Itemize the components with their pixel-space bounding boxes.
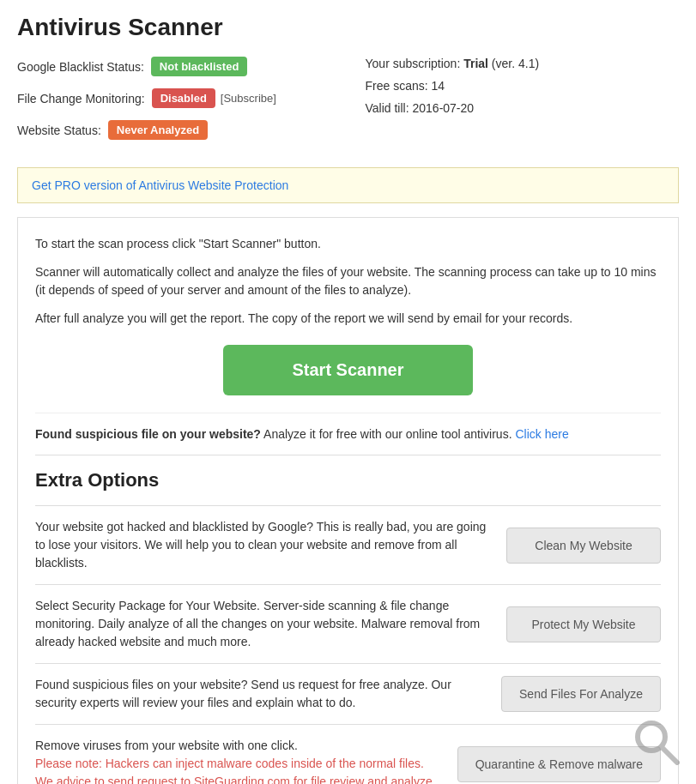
extra-option-text-2: Found suspicious files on your website? … [35, 676, 501, 712]
quarantine-warning-2: We advice to send request to SiteGuardin… [35, 775, 436, 784]
valid-till-line: Valid till: 2016-07-20 [366, 101, 680, 115]
divider [35, 455, 661, 455]
valid-till-value: 2016-07-20 [412, 101, 474, 115]
extra-option-text-0: Your website got hacked and blacklisted … [35, 518, 506, 572]
google-blacklist-row: Google Blacklist Status: Not blacklisted [17, 57, 331, 76]
suspicious-prefix: Found suspicious file on your website? [35, 427, 261, 441]
suspicious-link[interactable]: Click here [515, 427, 568, 441]
suspicious-row: Found suspicious file on your website? A… [35, 413, 661, 441]
file-monitoring-badge: Disabled [152, 88, 215, 108]
clean-website-button[interactable]: Clean My Website [506, 528, 661, 564]
extra-option-row-0: Your website got hacked and blacklisted … [35, 505, 661, 584]
file-monitoring-row: File Change Monitoring: Disabled [Subscr… [17, 88, 331, 108]
extra-options-title: Extra Options [35, 469, 661, 492]
start-scanner-button[interactable]: Start Scanner [223, 345, 472, 395]
promo-banner: Get PRO version of Antivirus Website Pro… [17, 167, 679, 203]
scanner-info-3: After full analyze you will get the repo… [35, 310, 661, 328]
right-info: Your subscription: Trial (ver. 4.1) Free… [331, 57, 680, 152]
promo-link[interactable]: Get PRO version of Antivirus Website Pro… [32, 178, 288, 192]
scanner-info-1: To start the scan process click "Start S… [35, 235, 661, 253]
extra-option-text-1: Select Security Package for Your Website… [35, 597, 506, 651]
free-scans-line: Free scans: 14 [366, 79, 680, 93]
protect-website-button[interactable]: Protect My Website [506, 606, 661, 642]
subscription-line: Your subscription: Trial (ver. 4.1) [366, 57, 680, 70]
suspicious-body: Analyze it for free with our online tool… [263, 427, 511, 441]
extra-option-text-3: Remove viruses from your website with on… [35, 737, 457, 784]
google-blacklist-label: Google Blacklist Status: [17, 60, 144, 74]
quarantine-warning-1: Please note: Hackers can inject malware … [35, 757, 424, 770]
subscribe-link[interactable]: [Subscribe] [221, 92, 276, 105]
website-status-label: Website Status: [17, 124, 101, 137]
extra-option-row-1: Select Security Package for Your Website… [35, 584, 661, 663]
scanner-info-2: Scanner will automatically collect and a… [35, 263, 661, 299]
website-status-badge: Never Analyzed [108, 120, 208, 140]
page-title: Antivirus Scanner [17, 14, 679, 41]
file-monitoring-label: File Change Monitoring: [17, 92, 145, 106]
left-info: Google Blacklist Status: Not blacklisted… [17, 57, 331, 152]
main-box: To start the scan process click "Start S… [17, 217, 679, 784]
website-status-row: Website Status: Never Analyzed [17, 120, 331, 140]
free-scans-label: Free scans: [366, 79, 428, 93]
extra-option-row-3: Remove viruses from your website with on… [35, 724, 661, 784]
subscription-version: (ver. 4.1) [492, 57, 539, 70]
svg-line-1 [662, 747, 677, 763]
subscription-label: Your subscription: [366, 57, 461, 70]
free-scans-value: 14 [432, 79, 445, 93]
quarantine-main-text: Remove viruses from your website with on… [35, 739, 298, 752]
subscription-plan: Trial [463, 57, 488, 70]
magnifier-icon [631, 716, 682, 770]
google-blacklist-badge: Not blacklisted [151, 57, 247, 76]
send-files-button[interactable]: Send Files For Analyze [501, 676, 661, 712]
extra-option-row-2: Found suspicious files on your website? … [35, 663, 661, 724]
top-section: Google Blacklist Status: Not blacklisted… [17, 57, 679, 152]
valid-till-label: Valid till: [366, 101, 409, 115]
